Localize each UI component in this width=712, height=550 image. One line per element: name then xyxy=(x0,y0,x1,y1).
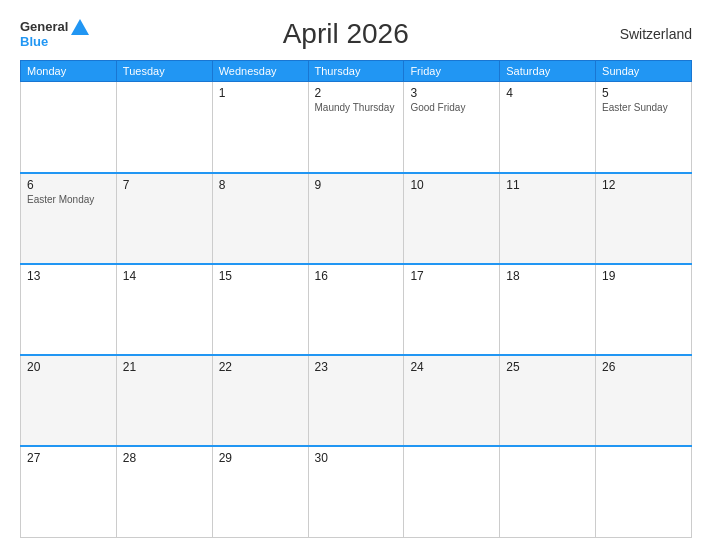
calendar-day-cell xyxy=(500,446,596,537)
calendar-day-cell: 7 xyxy=(116,173,212,264)
calendar-week-row: 20212223242526 xyxy=(21,355,692,446)
day-number: 13 xyxy=(27,269,110,283)
calendar-table: Monday Tuesday Wednesday Thursday Friday… xyxy=(20,60,692,538)
calendar-day-cell: 21 xyxy=(116,355,212,446)
holiday-label: Easter Sunday xyxy=(602,102,685,113)
holiday-label: Easter Monday xyxy=(27,194,110,205)
calendar-day-cell: 16 xyxy=(308,264,404,355)
day-number: 15 xyxy=(219,269,302,283)
calendar-day-cell: 29 xyxy=(212,446,308,537)
day-number: 18 xyxy=(506,269,589,283)
calendar-day-cell: 20 xyxy=(21,355,117,446)
calendar-day-cell xyxy=(116,82,212,173)
calendar-day-cell: 14 xyxy=(116,264,212,355)
logo-triangle-icon xyxy=(71,19,89,35)
calendar-day-cell: 3Good Friday xyxy=(404,82,500,173)
calendar-day-cell: 8 xyxy=(212,173,308,264)
col-sunday: Sunday xyxy=(596,61,692,82)
col-saturday: Saturday xyxy=(500,61,596,82)
calendar-day-cell: 11 xyxy=(500,173,596,264)
calendar-day-cell: 26 xyxy=(596,355,692,446)
calendar-day-cell: 5Easter Sunday xyxy=(596,82,692,173)
calendar-week-row: 13141516171819 xyxy=(21,264,692,355)
logo-general: General xyxy=(20,20,68,34)
calendar-week-row: 27282930 xyxy=(21,446,692,537)
calendar-week-row: 6Easter Monday789101112 xyxy=(21,173,692,264)
calendar-day-cell: 4 xyxy=(500,82,596,173)
day-number: 25 xyxy=(506,360,589,374)
calendar-day-cell: 13 xyxy=(21,264,117,355)
col-thursday: Thursday xyxy=(308,61,404,82)
day-number: 27 xyxy=(27,451,110,465)
calendar-week-row: 12Maundy Thursday3Good Friday45Easter Su… xyxy=(21,82,692,173)
day-number: 17 xyxy=(410,269,493,283)
day-number: 29 xyxy=(219,451,302,465)
calendar-day-cell: 6Easter Monday xyxy=(21,173,117,264)
calendar-day-cell: 9 xyxy=(308,173,404,264)
calendar-day-cell xyxy=(21,82,117,173)
day-number: 7 xyxy=(123,178,206,192)
country-label: Switzerland xyxy=(602,26,692,42)
calendar-day-cell: 17 xyxy=(404,264,500,355)
calendar-day-cell: 18 xyxy=(500,264,596,355)
col-monday: Monday xyxy=(21,61,117,82)
day-number: 8 xyxy=(219,178,302,192)
day-number: 28 xyxy=(123,451,206,465)
calendar-day-cell: 24 xyxy=(404,355,500,446)
col-tuesday: Tuesday xyxy=(116,61,212,82)
day-number: 14 xyxy=(123,269,206,283)
day-number: 5 xyxy=(602,86,685,100)
page: General Blue April 2026 Switzerland Mond… xyxy=(0,0,712,550)
calendar-day-cell: 19 xyxy=(596,264,692,355)
day-number: 21 xyxy=(123,360,206,374)
calendar-day-cell xyxy=(404,446,500,537)
logo: General Blue xyxy=(20,19,89,49)
calendar-title: April 2026 xyxy=(89,18,602,50)
day-number: 3 xyxy=(410,86,493,100)
day-number: 11 xyxy=(506,178,589,192)
day-number: 24 xyxy=(410,360,493,374)
day-number: 1 xyxy=(219,86,302,100)
calendar-day-cell: 10 xyxy=(404,173,500,264)
day-number: 6 xyxy=(27,178,110,192)
day-number: 26 xyxy=(602,360,685,374)
logo-blue: Blue xyxy=(20,35,48,49)
day-number: 23 xyxy=(315,360,398,374)
header: General Blue April 2026 Switzerland xyxy=(20,18,692,50)
calendar-day-cell: 2Maundy Thursday xyxy=(308,82,404,173)
col-friday: Friday xyxy=(404,61,500,82)
day-number: 10 xyxy=(410,178,493,192)
holiday-label: Good Friday xyxy=(410,102,493,113)
day-number: 9 xyxy=(315,178,398,192)
col-wednesday: Wednesday xyxy=(212,61,308,82)
holiday-label: Maundy Thursday xyxy=(315,102,398,113)
calendar-header-row: Monday Tuesday Wednesday Thursday Friday… xyxy=(21,61,692,82)
day-number: 30 xyxy=(315,451,398,465)
calendar-day-cell: 22 xyxy=(212,355,308,446)
day-number: 12 xyxy=(602,178,685,192)
day-number: 4 xyxy=(506,86,589,100)
calendar-day-cell: 25 xyxy=(500,355,596,446)
calendar-day-cell: 28 xyxy=(116,446,212,537)
calendar-day-cell: 23 xyxy=(308,355,404,446)
day-number: 22 xyxy=(219,360,302,374)
day-number: 19 xyxy=(602,269,685,283)
calendar-day-cell xyxy=(596,446,692,537)
day-number: 16 xyxy=(315,269,398,283)
calendar-day-cell: 1 xyxy=(212,82,308,173)
calendar-day-cell: 15 xyxy=(212,264,308,355)
day-number: 2 xyxy=(315,86,398,100)
calendar-day-cell: 12 xyxy=(596,173,692,264)
calendar-day-cell: 30 xyxy=(308,446,404,537)
calendar-day-cell: 27 xyxy=(21,446,117,537)
day-number: 20 xyxy=(27,360,110,374)
